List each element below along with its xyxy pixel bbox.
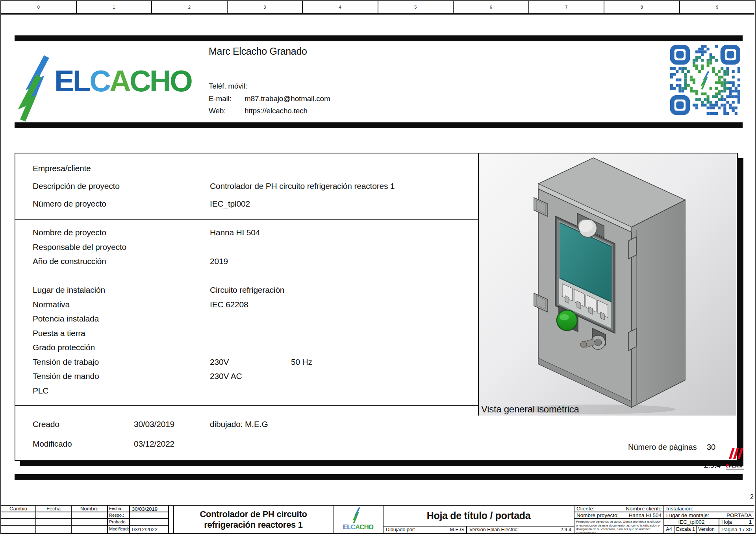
info-field-rows: Nombre de proyecto Hanna HI 504 Responsa…	[15, 225, 478, 397]
ruler-cell: 9	[680, 1, 755, 13]
eplan-brand-text: ePLAN	[726, 462, 744, 469]
info-field-row: Lugar de instalación Circuito refrigerac…	[15, 283, 478, 297]
meta-table: Fecha: 30/03/2019 Respo.: - Probado Modi…	[108, 506, 169, 533]
ruler-cell: 4	[303, 1, 378, 13]
meta-row: Fecha: 30/03/2019	[108, 506, 168, 512]
info-field-row: Grado protección	[15, 340, 478, 355]
modified-row: Modificado 03/12/2022	[15, 439, 478, 449]
iso-caption: Vista general isométrica	[481, 404, 579, 415]
header-top-bar	[15, 35, 743, 41]
sheet-title-cell: Hoja de título / portada Dibujado por: M…	[384, 506, 574, 533]
scale-cell: Escala 1	[674, 526, 697, 533]
contact-email-row: E-mail: m87.trabajo@hotmail.com	[209, 94, 330, 103]
company-logo-wordmark: ELCACHO	[54, 66, 191, 96]
sheet-title: Hoja de título / portada	[384, 506, 574, 527]
info-field-row: Tensión de mando 230V AC	[15, 369, 478, 383]
info-field-row: Tensión de trabajo 230V 50 Hz	[15, 355, 478, 369]
ruler-cell: 3	[228, 1, 303, 13]
company-logo-wordmark-small: ELCACHO	[343, 524, 373, 530]
change-table-column: Nombre	[72, 506, 107, 533]
info-header-rows: Empresa/cliente Descripción de proyecto …	[15, 160, 478, 213]
sheet-cell: Hoja 1	[719, 519, 754, 525]
client-row: Cliente: Nombre cliente	[574, 506, 663, 512]
info-field-row: Normativa IEC 62208	[15, 297, 478, 312]
title-block: Cambio Fecha Nombre Fecha: 30/03/2019 Re…	[1, 505, 754, 533]
header-bottom-bar	[15, 122, 743, 128]
info-field-row: Potencia instalada	[15, 311, 478, 326]
eplan-slashes-icon	[726, 446, 744, 460]
info-field-row: Puesta a tierra	[15, 326, 478, 340]
info-field-row: Año de construcción 2019	[15, 254, 478, 268]
info-header-row: Número de proyecto IEC_tpl002	[15, 195, 478, 213]
project-info-box: Vista general isométrica Empresa/cliente…	[15, 153, 738, 461]
change-table: Cambio Fecha Nombre	[1, 506, 108, 533]
ruler-cell: 8	[604, 1, 680, 13]
ruler-cell: 2	[152, 1, 228, 13]
meta-row: Modificado 03/12/2022	[108, 526, 168, 533]
ruler: 0123456789	[1, 1, 754, 15]
cabinet-isometric-drawing	[479, 153, 736, 416]
author-name: Marc Elcacho Granado	[209, 46, 307, 57]
mounting-row: Lugar de montaje: PORTADA	[664, 512, 754, 519]
ruler-cell: 7	[529, 1, 605, 13]
change-table-column: Cambio	[1, 506, 36, 533]
info-header-row: Descripción de proyecto Controlador de P…	[15, 177, 478, 195]
divider	[15, 219, 479, 220]
pages-count-label: Número de páginas	[628, 443, 697, 452]
info-field-row	[15, 268, 478, 283]
drawn-by-cell: Dibujado por: M.E.G	[384, 527, 467, 533]
drawn-row: Dibujado por: M.E.G Versión Eplan Electr…	[384, 527, 574, 533]
contact-web-row: Web: https://elcacho.tech	[209, 107, 308, 115]
drawing-title-cell: Controlador de PH circuito refrigeración…	[174, 506, 334, 533]
doc-id-row: IEC_tpl002 Hoja 1	[664, 519, 754, 526]
copyright-text: Protegido por derechos de autor. Queda p…	[574, 519, 663, 534]
info-field-row: Nombre de proyecto Hanna HI 504	[15, 225, 478, 240]
created-row: Creado 30/03/2019 dibujado: M.E.G	[15, 419, 478, 430]
client-column: Cliente: Nombre cliente Nombre proyecto:…	[574, 506, 664, 533]
change-table-column: Fecha	[36, 506, 72, 533]
empty-column	[169, 506, 174, 533]
eplan-version-text: 2.9.4	[692, 461, 721, 470]
format-row: A4 Escala 1 Version Página 1 / 30	[664, 526, 754, 533]
lightning-bolt-icon-small	[352, 507, 364, 523]
installation-row: Instalación:	[664, 506, 754, 512]
format-cell: A4	[664, 526, 674, 533]
location-column: Instalación: Lugar de montaje: PORTADA I…	[664, 506, 754, 533]
ruler-cell: 1	[77, 1, 152, 13]
page-cell: Página 1 / 30	[719, 526, 754, 533]
eplan-version-cell: Versión Eplan Electric: 2.9.4	[467, 527, 574, 533]
meta-row: Respo.: -	[108, 512, 168, 519]
info-header-row: Empresa/cliente	[15, 160, 478, 177]
version-cell: Version	[697, 526, 719, 533]
info-field-row: PLC	[15, 383, 478, 398]
project-name-row: Nombre proyecto: Hanna HI 504	[574, 512, 663, 519]
isometric-view-panel: Vista general isométrica	[478, 153, 736, 416]
qr-code	[670, 45, 740, 115]
titleblock-logo-cell: ELCACHO	[334, 506, 384, 533]
divider	[15, 405, 479, 406]
info-field-row: Responsable del proyecto	[15, 240, 478, 254]
contact-phone-row: Teléf. móvil:	[209, 82, 243, 91]
pages-count-value: 30	[707, 443, 715, 452]
eplan-logo: ePLAN	[726, 446, 744, 471]
ruler-cell: 5	[378, 1, 454, 13]
doc-id: IEC_tpl002	[664, 519, 719, 525]
footer-bar	[15, 474, 743, 480]
lightning-bolt-icon	[17, 54, 53, 122]
meta-row: Probado	[108, 519, 168, 526]
ruler-cell: 6	[454, 1, 529, 13]
page-number: 2	[742, 493, 754, 501]
ruler-cell: 0	[1, 1, 77, 13]
